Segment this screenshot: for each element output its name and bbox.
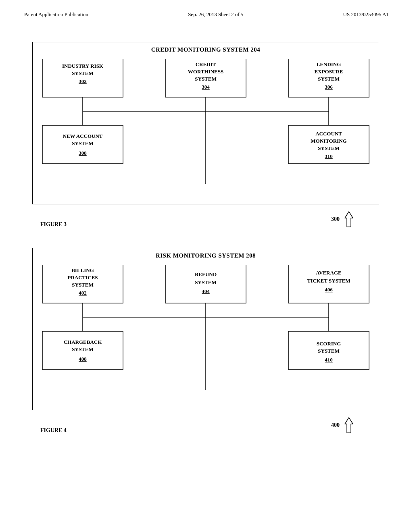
svg-text:404: 404 [202,288,210,294]
header-right: US 2013/0254095 A1 [343,11,389,18]
svg-text:SYSTEM: SYSTEM [318,348,339,354]
svg-text:ACCOUNT: ACCOUNT [315,131,342,137]
figure4-box: RISK MONITORING SYSTEM 208 BILLING PRACT… [32,248,379,410]
svg-text:PRACTICES: PRACTICES [67,274,98,281]
figure3-label: FIGURE 3 [40,221,67,228]
figure3-ref-number: 300 [331,216,340,222]
svg-text:LENDING: LENDING [317,61,341,67]
figure3-wrapper: CREDIT MONITORING SYSTEM 204 INDUSTRY RI… [32,42,381,228]
svg-text:MONITORING: MONITORING [311,138,346,144]
figure3-title: CREDIT MONITORING SYSTEM 204 [38,46,373,53]
svg-text:302: 302 [79,78,87,84]
figure3-arrow-icon [343,211,355,228]
header-left: Patent Application Publication [24,11,88,18]
svg-text:SCORING: SCORING [317,341,341,347]
svg-text:INDUSTRY RISK: INDUSTRY RISK [62,63,104,69]
figure4-label: FIGURE 4 [40,427,67,434]
svg-text:TICKET SYSTEM: TICKET SYSTEM [307,278,350,284]
svg-text:SYSTEM: SYSTEM [318,76,339,82]
svg-text:SYSTEM: SYSTEM [72,70,93,76]
svg-text:NEW ACCOUNT: NEW ACCOUNT [63,133,102,139]
svg-text:WORTHINESS: WORTHINESS [188,69,223,75]
svg-text:BILLING: BILLING [71,267,94,273]
svg-text:SYSTEM: SYSTEM [72,282,93,288]
svg-text:REFUND: REFUND [195,271,217,277]
svg-text:402: 402 [79,290,87,296]
figure4-title: RISK MONITORING SYSTEM 208 [38,252,373,259]
figure4-wrapper: RISK MONITORING SYSTEM 208 BILLING PRACT… [32,248,381,434]
svg-text:406: 406 [325,287,333,293]
svg-text:SYSTEM: SYSTEM [72,140,93,146]
figure3-number-box: 300 [331,211,355,228]
svg-text:410: 410 [325,357,333,363]
figure4-ref-number: 400 [331,422,340,428]
figure4-number-box: 400 [331,417,355,434]
figure4-arrow-icon [343,417,355,434]
svg-text:SYSTEM: SYSTEM [195,76,216,82]
svg-text:306: 306 [325,84,333,90]
figures-container: CREDIT MONITORING SYSTEM 204 INDUSTRY RI… [0,18,413,442]
svg-text:SYSTEM: SYSTEM [72,346,93,352]
figure3-box: CREDIT MONITORING SYSTEM 204 INDUSTRY RI… [32,42,379,204]
svg-text:304: 304 [202,84,210,90]
svg-text:310: 310 [325,153,333,159]
svg-marker-30 [345,212,353,227]
figure4-label-row: FIGURE 4 400 [32,417,379,434]
page-header: Patent Application Publication Sep. 26, … [0,0,413,18]
svg-text:CHARGEBACK: CHARGEBACK [64,339,102,345]
svg-text:EXPOSURE: EXPOSURE [315,69,343,75]
svg-text:CREDIT: CREDIT [196,61,216,67]
svg-text:AVERAGE: AVERAGE [316,270,341,276]
svg-text:308: 308 [79,150,87,156]
header-middle: Sep. 26, 2013 Sheet 2 of 5 [188,11,243,18]
figure4-svg: BILLING PRACTICES SYSTEM 402 REFUND SYST… [38,265,373,402]
svg-marker-59 [345,418,353,433]
svg-text:SYSTEM: SYSTEM [318,145,339,151]
svg-text:SYSTEM: SYSTEM [195,279,216,285]
figure3-label-row: FIGURE 3 300 [32,211,379,228]
figure3-svg: INDUSTRY RISK SYSTEM 302 CREDIT WORTHINE… [38,59,373,196]
svg-text:408: 408 [79,356,87,362]
